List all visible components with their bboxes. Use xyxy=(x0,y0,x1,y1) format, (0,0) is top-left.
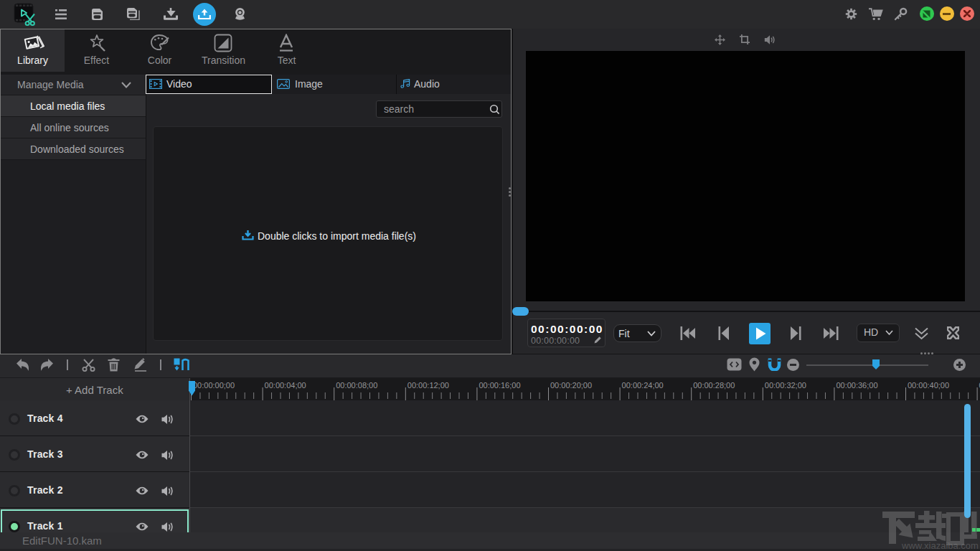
svg-text:00:00:12;00: 00:00:12;00 xyxy=(407,381,449,390)
svg-text:00:00:04;00: 00:00:04;00 xyxy=(265,381,306,390)
svg-text:00:00:24;00: 00:00:24;00 xyxy=(622,381,664,390)
svg-text:00:00:16;00: 00:00:16;00 xyxy=(479,381,520,390)
svg-text:00:00:08;00: 00:00:08;00 xyxy=(336,381,377,390)
svg-text:00:00:36;00: 00:00:36;00 xyxy=(836,381,877,390)
svg-text:00:00:40;00: 00:00:40;00 xyxy=(908,381,949,390)
svg-text:00:00:28;00: 00:00:28;00 xyxy=(693,381,735,390)
svg-text:00:00:00;00: 00:00:00;00 xyxy=(193,381,235,390)
svg-text:00:00:32;00: 00:00:32;00 xyxy=(765,381,806,390)
svg-text:00:00:20;00: 00:00:20;00 xyxy=(550,381,592,390)
svg-text:www.xiazaiba.com: www.xiazaiba.com xyxy=(901,540,979,551)
